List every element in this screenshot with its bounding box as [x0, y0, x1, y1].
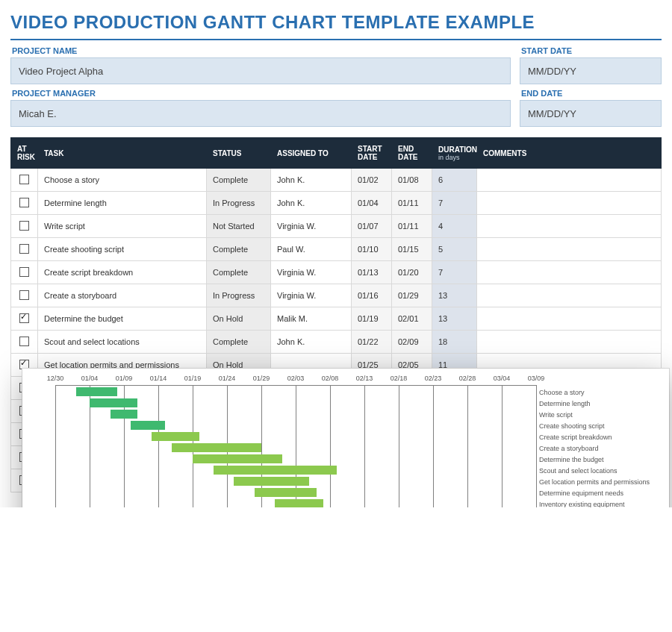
- gantt-bar[interactable]: [214, 466, 337, 475]
- start-date-cell[interactable]: 01/22: [352, 331, 392, 354]
- task-cell[interactable]: Create shooting script: [38, 238, 207, 261]
- th-duration[interactable]: DURATIONin days: [432, 138, 477, 169]
- risk-cell[interactable]: [11, 192, 38, 215]
- task-cell[interactable]: Write script: [38, 215, 207, 238]
- status-cell[interactable]: In Progress: [207, 284, 271, 307]
- risk-checkbox-icon[interactable]: [19, 175, 29, 184]
- gantt-bar[interactable]: [76, 387, 117, 396]
- status-cell[interactable]: Complete: [207, 331, 271, 354]
- task-cell[interactable]: Create script breakdown: [38, 261, 207, 284]
- gantt-bar[interactable]: [172, 443, 261, 452]
- risk-cell[interactable]: [11, 238, 38, 261]
- comments-cell[interactable]: [477, 169, 662, 192]
- comments-cell[interactable]: [477, 215, 662, 238]
- assigned-cell[interactable]: John K.: [271, 331, 352, 354]
- table-row[interactable]: Determine lengthIn ProgressJohn K.01/040…: [11, 192, 662, 215]
- start-date-cell[interactable]: 01/19: [352, 307, 392, 331]
- end-date-field[interactable]: MM/DD/YY: [520, 100, 662, 127]
- start-date-cell[interactable]: 01/16: [352, 284, 392, 307]
- th-status[interactable]: STATUS: [207, 138, 271, 169]
- table-row[interactable]: Create script breakdownCompleteVirginia …: [11, 261, 662, 284]
- duration-cell[interactable]: 6: [432, 169, 477, 192]
- risk-checkbox-icon[interactable]: [19, 290, 29, 300]
- risk-checkbox-icon[interactable]: [19, 244, 29, 254]
- table-row[interactable]: Create shooting scriptCompletePaul W.01/…: [11, 238, 662, 261]
- start-date-cell[interactable]: 01/04: [352, 192, 392, 215]
- th-start[interactable]: START DATE: [352, 138, 392, 169]
- risk-checkbox-icon[interactable]: [19, 360, 29, 369]
- start-date-field[interactable]: MM/DD/YY: [520, 57, 662, 84]
- table-row[interactable]: Determine the budgetOn HoldMalik M.01/19…: [11, 307, 662, 331]
- gantt-bar[interactable]: [131, 421, 165, 430]
- risk-cell[interactable]: [11, 215, 38, 238]
- risk-cell[interactable]: [11, 331, 38, 354]
- assigned-cell[interactable]: John K.: [271, 169, 352, 192]
- duration-cell[interactable]: 4: [432, 215, 477, 238]
- project-manager-field[interactable]: Micah E.: [10, 100, 511, 127]
- risk-checkbox-icon[interactable]: [19, 267, 29, 277]
- status-cell[interactable]: On Hold: [207, 307, 271, 331]
- task-cell[interactable]: Scout and select locations: [38, 331, 207, 354]
- gantt-bar[interactable]: [90, 398, 137, 407]
- duration-cell[interactable]: 18: [432, 331, 477, 354]
- status-cell[interactable]: Complete: [207, 169, 271, 192]
- comments-cell[interactable]: [477, 331, 662, 354]
- comments-cell[interactable]: [477, 192, 662, 215]
- th-task[interactable]: TASK: [38, 138, 207, 169]
- th-risk[interactable]: AT RISK: [11, 138, 38, 169]
- task-cell[interactable]: Determine length: [38, 192, 207, 215]
- gantt-bar[interactable]: [193, 454, 282, 463]
- risk-checkbox-icon[interactable]: [19, 313, 29, 323]
- end-date-cell[interactable]: 01/08: [392, 169, 432, 192]
- duration-cell[interactable]: 5: [432, 238, 477, 261]
- th-assigned[interactable]: ASSIGNED TO: [271, 138, 352, 169]
- th-end[interactable]: END DATE: [392, 138, 432, 169]
- project-name-field[interactable]: Video Project Alpha: [10, 57, 511, 84]
- table-row[interactable]: Write scriptNot StartedVirginia W.01/070…: [11, 215, 662, 238]
- assigned-cell[interactable]: Virginia W.: [271, 284, 352, 307]
- start-date-cell[interactable]: 01/02: [352, 169, 392, 192]
- status-cell[interactable]: Not Started: [207, 215, 271, 238]
- end-date-cell[interactable]: 01/11: [392, 192, 432, 215]
- gantt-bar[interactable]: [152, 432, 199, 441]
- assigned-cell[interactable]: Malik M.: [271, 307, 352, 331]
- duration-cell[interactable]: 7: [432, 192, 477, 215]
- end-date-cell[interactable]: 01/11: [392, 215, 432, 238]
- end-date-cell[interactable]: 02/09: [392, 331, 432, 354]
- risk-cell[interactable]: [11, 169, 38, 192]
- table-row[interactable]: Choose a storyCompleteJohn K.01/0201/086: [11, 169, 662, 192]
- comments-cell[interactable]: [477, 238, 662, 261]
- comments-cell[interactable]: [477, 261, 662, 284]
- assigned-cell[interactable]: Virginia W.: [271, 261, 352, 284]
- start-date-cell[interactable]: 01/07: [352, 215, 392, 238]
- risk-checkbox-icon[interactable]: [19, 198, 29, 207]
- risk-cell[interactable]: [11, 284, 38, 307]
- comments-cell[interactable]: [477, 284, 662, 307]
- comments-cell[interactable]: [477, 307, 662, 331]
- end-date-cell[interactable]: 02/01: [392, 307, 432, 331]
- start-date-cell[interactable]: 01/10: [352, 238, 392, 261]
- th-comments[interactable]: COMMENTS: [477, 138, 662, 169]
- task-cell[interactable]: Create a storyboard: [38, 284, 207, 307]
- task-cell[interactable]: Determine the budget: [38, 307, 207, 331]
- table-row[interactable]: Create a storyboardIn ProgressVirginia W…: [11, 284, 662, 307]
- status-cell[interactable]: Complete: [207, 238, 271, 261]
- status-cell[interactable]: In Progress: [207, 192, 271, 215]
- assigned-cell[interactable]: John K.: [271, 192, 352, 215]
- duration-cell[interactable]: 7: [432, 261, 477, 284]
- duration-cell[interactable]: 13: [432, 307, 477, 331]
- assigned-cell[interactable]: Paul W.: [271, 238, 352, 261]
- assigned-cell[interactable]: Virginia W.: [271, 215, 352, 238]
- gantt-bar[interactable]: [255, 488, 317, 497]
- gantt-bar[interactable]: [234, 477, 309, 486]
- status-cell[interactable]: Complete: [207, 261, 271, 284]
- end-date-cell[interactable]: 01/15: [392, 238, 432, 261]
- risk-checkbox-icon[interactable]: [19, 221, 29, 231]
- risk-cell[interactable]: [11, 307, 38, 331]
- gantt-bar[interactable]: [111, 410, 138, 419]
- end-date-cell[interactable]: 01/20: [392, 261, 432, 284]
- end-date-cell[interactable]: 01/29: [392, 284, 432, 307]
- duration-cell[interactable]: 13: [432, 284, 477, 307]
- start-date-cell[interactable]: 01/13: [352, 261, 392, 284]
- table-row[interactable]: Scout and select locationsCompleteJohn K…: [11, 331, 662, 354]
